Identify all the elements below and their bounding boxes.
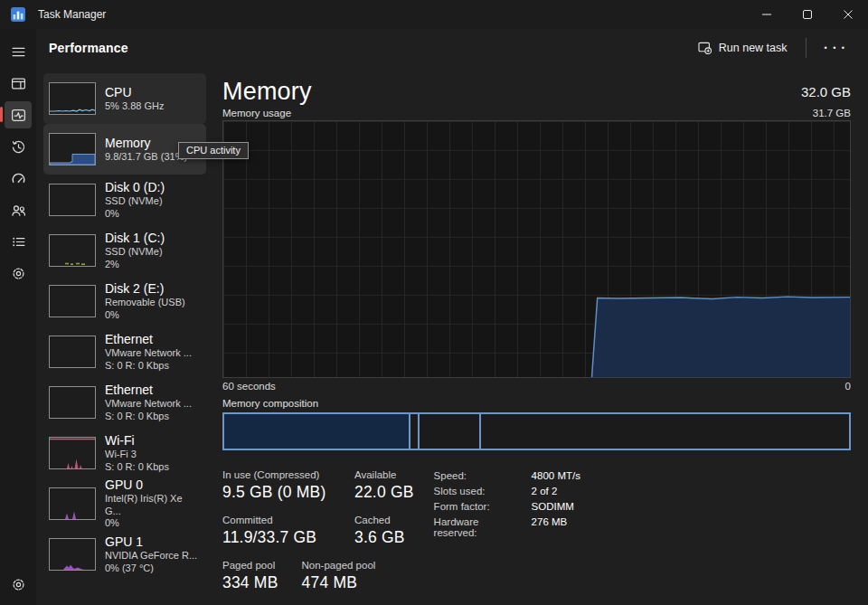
minimize-icon — [762, 10, 771, 19]
rail-item-services[interactable] — [5, 260, 32, 287]
stat-value: 11.9/33.7 GB — [222, 528, 331, 547]
sidebar-item-gpu1[interactable]: GPU 1 NVIDIA GeForce R...0% (37 °C) — [43, 529, 206, 580]
selected-accent-pill — [0, 107, 3, 122]
sidebar-mini-chart — [49, 437, 96, 469]
sidebar-mini-chart — [49, 82, 96, 115]
task-manager-app-icon — [11, 7, 25, 22]
sidebar-item-title: Memory — [105, 136, 187, 151]
memory-usage-graph — [222, 120, 851, 378]
stat-label: Available — [354, 469, 414, 480]
sidebar-item-ethernet0[interactable]: Ethernet VMware Network ...S: 0 R: 0 Kbp… — [43, 326, 206, 377]
navigation-rail — [0, 29, 36, 605]
sidebar-item-subtext: Removable (USB) — [105, 297, 185, 309]
rail-item-app-history[interactable] — [5, 133, 32, 160]
sidebar-item-subtext: 9.8/31.7 GB (31%) — [105, 151, 187, 164]
sidebar-item-title: Disk 1 (C:) — [105, 231, 165, 246]
rail-item-startup-apps[interactable] — [5, 165, 32, 192]
window-title: Task Manager — [38, 8, 106, 21]
run-new-task-icon — [698, 41, 712, 54]
sidebar-item-wifi[interactable]: Wi-Fi Wi-Fi 3S: 0 R: 0 Kbps — [43, 428, 206, 478]
memory-composition-bar — [222, 412, 851, 450]
memory-usage-scale-max: 31.7 GB — [813, 108, 851, 118]
detail-label: Slots used: — [434, 486, 524, 496]
sidebar-mini-chart — [49, 538, 96, 571]
sidebar-mini-chart — [49, 487, 96, 520]
sidebar-item-disk2[interactable]: Disk 2 (E:) Removable (USB)0% — [43, 276, 206, 326]
sidebar-item-subtext: 0% — [105, 208, 165, 221]
sidebar-item-title: GPU 1 — [105, 534, 197, 550]
sidebar-item-subtext: SSD (NVMe) — [105, 246, 165, 259]
sidebar-mini-chart — [49, 133, 96, 165]
task-manager-window: Task Manager — [0, 0, 868, 605]
memory-usage-label: Memory usage — [222, 108, 291, 118]
rail-item-processes[interactable] — [5, 70, 32, 97]
minimize-button[interactable] — [746, 0, 787, 29]
page-header: Performance Run new task • • • — [36, 29, 868, 66]
sidebar-item-subtext: S: 0 R: 0 Kbps — [105, 360, 192, 373]
sidebar-item-title: Wi-Fi — [105, 433, 169, 449]
stat-non-paged-pool: Non-paged pool474 MB — [302, 560, 376, 592]
sidebar-item-subtext: 0% — [105, 309, 185, 322]
startup-apps-icon — [11, 171, 26, 186]
sidebar-item-disk0[interactable]: Disk 0 (D:) SSD (NVMe)0% — [43, 175, 206, 225]
users-icon — [11, 203, 26, 218]
stat-available: Available22.0 GB — [354, 469, 414, 502]
x-axis-left-label: 60 seconds — [222, 381, 276, 392]
settings-button[interactable] — [5, 571, 32, 598]
rail-item-details[interactable] — [5, 228, 32, 255]
rail-item-users[interactable] — [5, 196, 32, 223]
stat-committed: Committed11.9/33.7 GB — [222, 515, 331, 547]
more-options-button[interactable]: • • • — [816, 36, 855, 60]
sidebar-item-disk1[interactable]: Disk 1 (C:) SSD (NVMe)2% — [43, 225, 206, 276]
detail-value: SODIMM — [532, 501, 580, 512]
detail-value: 2 of 2 — [532, 486, 580, 496]
rail-item-performance[interactable] — [5, 101, 32, 128]
stat-value: 334 MB — [222, 573, 278, 592]
sidebar-item-subtext: Intel(R) Iris(R) Xe G... — [105, 493, 201, 517]
gear-icon — [11, 577, 26, 592]
maximize-button[interactable] — [787, 0, 827, 29]
sidebar-item-title: Disk 2 (E:) — [105, 281, 185, 297]
memory-usage-chart — [223, 121, 850, 377]
sidebar-item-cpu[interactable]: CPU 5% 3.88 GHz — [43, 73, 206, 124]
sidebar-item-subtext: S: 0 R: 0 Kbps — [105, 411, 192, 423]
sidebar-item-subtext: VMware Network ... — [105, 398, 192, 411]
close-button[interactable] — [827, 0, 868, 29]
memory-composition-label: Memory composition — [222, 398, 851, 409]
memory-title: Memory — [222, 78, 312, 106]
sidebar-item-subtext: SSD (NVMe) — [105, 195, 165, 208]
stat-label: Committed — [222, 515, 331, 525]
stat-label: Non-paged pool — [302, 560, 376, 571]
app-history-icon — [11, 139, 26, 155]
run-new-task-button[interactable]: Run new task — [689, 35, 797, 60]
stat-label: In use (Compressed) — [222, 469, 331, 480]
stat-value: 22.0 GB — [354, 483, 414, 502]
titlebar: Task Manager — [0, 0, 868, 29]
sidebar-item-subtext: 0% — [105, 517, 201, 530]
menu-button[interactable] — [5, 38, 32, 65]
stat-in-use-compressed: In use (Compressed)9.5 GB (0 MB) — [222, 469, 331, 502]
stat-paged-pool: Paged pool334 MB — [222, 560, 278, 592]
sidebar-item-ethernet1[interactable]: Ethernet VMware Network ...S: 0 R: 0 Kbp… — [43, 377, 206, 428]
memory-usage-area — [592, 297, 850, 377]
processes-icon — [11, 76, 26, 91]
sidebar-item-title: Disk 0 (D:) — [105, 180, 165, 195]
composition-segment-free — [481, 414, 849, 449]
memory-panel: Memory 32.0 GB Memory usage 31.7 GB — [222, 66, 851, 605]
services-icon — [11, 266, 26, 281]
detail-label: Hardware reserved: — [434, 516, 524, 538]
sidebar-mini-chart — [49, 285, 96, 317]
sidebar-item-gpu0[interactable]: GPU 0 Intel(R) Iris(R) Xe G...0% — [43, 478, 206, 529]
stat-label: Cached — [354, 515, 405, 525]
sidebar-item-title: CPU — [105, 85, 164, 100]
stat-label: Paged pool — [222, 560, 278, 571]
stat-value: 474 MB — [302, 573, 376, 592]
detail-value: 276 MB — [532, 516, 580, 538]
stat-value: 3.6 GB — [354, 528, 405, 547]
sidebar-item-subtext: 2% — [105, 259, 165, 271]
composition-segment-standby — [420, 414, 481, 449]
composition-segment-in-use — [224, 414, 410, 449]
sidebar-mini-chart — [49, 386, 96, 419]
sidebar-mini-chart — [49, 336, 96, 368]
detail-label: Form factor: — [434, 501, 524, 512]
